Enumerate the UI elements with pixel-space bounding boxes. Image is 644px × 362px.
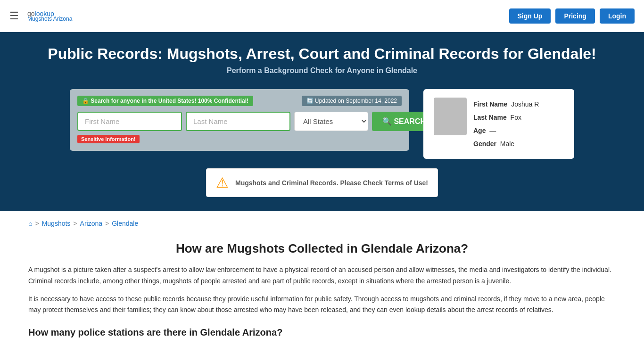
person-firstname-row: First Name Joshua R [473,98,539,111]
breadcrumb-mugshots[interactable]: Mugshots [42,220,71,227]
signup-button[interactable]: Sign Up [509,8,551,24]
person-lastname-row: Last Name Fox [473,111,539,124]
person-gender-row: Gender Male [473,137,539,150]
search-box: 🔒 Search for anyone in the United States… [70,89,409,151]
hero-subtitle: Perform a Background Check for Anyone in… [9,66,635,75]
logo-subtitle: Mugshots Arizona [27,16,72,22]
sensitive-badge: Sensitive Information! [77,135,140,143]
hero-title: Public Records: Mugshots, Arrest, Court … [9,45,635,63]
gender-value: Male [500,140,514,148]
pricing-button[interactable]: Pricing [555,8,594,24]
person-info: First Name Joshua R Last Name Fox Age — … [473,98,539,150]
last-name-input[interactable] [186,112,290,131]
search-notice: 🔒 Search for anyone in the United States… [77,96,253,106]
search-updated: 🔄 Updated on September 14, 2022 [302,96,402,106]
logo-wrap: golookup Mugshots Arizona [27,10,72,22]
person-card: First Name Joshua R Last Name Fox Age — … [423,89,574,159]
age-label: Age [473,127,486,134]
search-section: 🔒 Search for anyone in the United States… [0,89,644,173]
lastname-label: Last Name [473,114,507,121]
breadcrumb-glendale[interactable]: Glendale [112,220,138,227]
hamburger-icon[interactable]: ☰ [9,10,19,22]
warning-bar: ⚠ Mugshots and Criminal Records. Please … [206,168,438,197]
content-p2: It is necessary to have access to these … [28,294,616,316]
state-select[interactable]: All States AlabamaAlaskaArizonaArkansas … [294,112,368,131]
breadcrumb-section: ⌂ > Mugshots > Arizona > Glendale [0,211,644,232]
age-value: — [489,127,496,134]
warning-icon: ⚠ [216,174,229,191]
gender-label: Gender [473,140,496,148]
search-inputs-row: All States AlabamaAlaskaArizonaArkansas … [77,112,402,131]
firstname-label: First Name [473,100,507,108]
hero-section: Public Records: Mugshots, Arrest, Court … [0,32,644,89]
header-right: Sign Up Pricing Login [509,8,635,24]
content-p1: A mugshot is a picture taken after a sus… [28,264,616,287]
header-left: ☰ golookup Mugshots Arizona [9,10,72,22]
breadcrumb-sep1: > [35,220,39,227]
breadcrumb-sep2: > [73,220,77,227]
login-button[interactable]: Login [600,8,635,24]
first-name-input[interactable] [77,112,182,131]
person-age-row: Age — [473,124,539,137]
firstname-value: Joshua R [511,100,539,108]
breadcrumb-home[interactable]: ⌂ [28,220,32,227]
header: ☰ golookup Mugshots Arizona Sign Up Pric… [0,0,644,32]
breadcrumb-arizona[interactable]: Arizona [80,220,102,227]
person-avatar [434,98,467,135]
main-content: How are Mugshots Collected in Glendale A… [0,232,644,354]
breadcrumb-sep3: > [105,220,109,227]
lastname-value: Fox [511,114,521,121]
content-h3: How many police stations are there in Gl… [28,327,616,338]
search-top-row: 🔒 Search for anyone in the United States… [77,96,402,109]
warning-outer: ⚠ Mugshots and Criminal Records. Please … [0,173,644,211]
content-h2: How are Mugshots Collected in Glendale A… [28,241,616,256]
home-icon: ⌂ [28,220,32,227]
breadcrumb: ⌂ > Mugshots > Arizona > Glendale [28,220,616,227]
warning-text: Mugshots and Criminal Records. Please Ch… [235,179,428,187]
